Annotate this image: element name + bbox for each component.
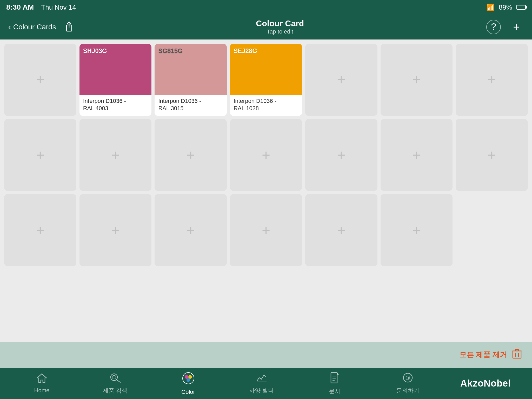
nav-title: Colour Card <box>256 19 304 28</box>
add-card-icon-r3-0: + <box>36 222 45 239</box>
empty-card-r3-1[interactable]: + <box>79 194 152 266</box>
svg-text:@: @ <box>405 375 410 380</box>
tab-home[interactable]: Home <box>21 373 63 394</box>
back-button[interactable]: ‹ Colour Cards <box>8 22 56 32</box>
colour-code-3: SEJ28G <box>234 47 257 55</box>
tab-contact-label: 문의하기 <box>396 387 419 395</box>
tab-spec-builder[interactable]: 사양 빌더 <box>241 373 282 395</box>
svg-marker-7 <box>37 374 46 383</box>
add-card-icon-r2-2: + <box>187 147 195 163</box>
action-bar: 모든 제품 제거 <box>0 342 532 368</box>
share-button[interactable] <box>64 21 74 33</box>
contact-icon: @ <box>402 373 414 385</box>
nav-bar: ‹ Colour Cards Colour Card Tap to edit ?… <box>0 15 532 39</box>
colour-code-2: SG815G <box>158 47 182 55</box>
empty-card-r2-0[interactable]: + <box>4 119 76 191</box>
wifi-icon: 📶 <box>486 3 495 11</box>
tab-spec-builder-label: 사양 빌더 <box>249 387 274 395</box>
home-icon <box>37 373 47 385</box>
add-card-icon-r2-4: + <box>337 147 345 163</box>
empty-card-r3-2[interactable]: + <box>155 194 227 266</box>
tab-bar: Home 제품 검색 Color 사양 빌더 문서 @ 문의하기 AkzoNob… <box>0 368 532 399</box>
add-card-icon-r3-2: + <box>187 222 195 239</box>
empty-card-r2-4[interactable]: + <box>305 119 377 191</box>
colour-ral-1: RAL 4003 <box>83 105 108 111</box>
colour-card-shj03g[interactable]: SHJ03G Interpon D1036 - RAL 4003 <box>79 44 152 116</box>
colour-product-3: Interpon D1036 - <box>234 98 276 104</box>
empty-card-6[interactable]: + <box>456 44 528 116</box>
add-card-icon-5: + <box>412 71 421 88</box>
back-label: Colour Cards <box>13 23 56 31</box>
add-card-icon-r3-5: + <box>412 222 421 239</box>
empty-card-5[interactable]: + <box>381 44 453 116</box>
add-card-icon-6: + <box>488 71 496 88</box>
trash-icon-button[interactable] <box>512 348 522 361</box>
colour-info-3: Interpon D1036 - RAL 1028 <box>230 95 302 116</box>
empty-card-r3-4[interactable]: + <box>305 194 377 266</box>
add-card-icon-0: + <box>36 71 45 88</box>
documents-icon <box>330 372 339 386</box>
svg-point-14 <box>187 378 190 382</box>
status-time: 8:30 AM <box>6 3 34 11</box>
add-card-icon-r2-3: + <box>262 147 270 163</box>
main-content: + SHJ03G Interpon D1036 - RAL 4003 SG815… <box>0 39 532 342</box>
remove-all-button[interactable]: 모든 제품 제거 <box>459 350 507 360</box>
tab-color-label: Color <box>181 389 195 395</box>
add-card-icon-r2-0: + <box>36 147 45 163</box>
svg-line-9 <box>117 380 120 382</box>
back-arrow-icon: ‹ <box>8 22 11 32</box>
empty-card-r2-2[interactable]: + <box>155 119 227 191</box>
colour-swatch-2: SG815G <box>155 44 227 95</box>
colour-code-1: SHJ03G <box>83 47 107 55</box>
add-card-icon-r3-4: + <box>337 222 345 239</box>
help-button[interactable]: ? <box>486 20 501 34</box>
colour-swatch-1: SHJ03G <box>79 44 152 95</box>
colour-swatch-3: SEJ28G <box>230 44 302 95</box>
colour-ral-3: RAL 1028 <box>234 105 259 111</box>
empty-card-r2-1[interactable]: + <box>79 119 152 191</box>
svg-point-12 <box>185 375 188 379</box>
color-icon <box>182 372 195 387</box>
add-card-icon-4: + <box>337 71 345 88</box>
add-card-icon-r2-1: + <box>111 147 120 163</box>
status-icons: 📶 89% <box>486 3 526 11</box>
add-card-icon-r3-3: + <box>262 222 270 239</box>
add-card-icon-r2-5: + <box>412 147 421 163</box>
colour-card-sej28g[interactable]: SEJ28G Interpon D1036 - RAL 1028 <box>230 44 302 116</box>
empty-card-r3-3[interactable]: + <box>230 194 302 266</box>
tab-contact[interactable]: @ 문의하기 <box>387 373 429 395</box>
empty-card-r3-5[interactable]: + <box>381 194 453 266</box>
colour-card-sg815g[interactable]: SG815G Interpon D1036 - RAL 3015 <box>155 44 227 116</box>
empty-card-4[interactable]: + <box>305 44 377 116</box>
tab-color[interactable]: Color <box>168 372 209 395</box>
tab-documents[interactable]: 문서 <box>314 372 355 395</box>
svg-point-13 <box>188 375 192 379</box>
nav-center: Colour Card Tap to edit <box>256 19 304 35</box>
empty-card-r2-6[interactable]: + <box>456 119 528 191</box>
brand-logo: AkzoNobel <box>460 378 511 389</box>
empty-card-0[interactable]: + <box>4 44 76 116</box>
nav-subtitle: Tap to edit <box>256 28 304 35</box>
empty-card-r3-0[interactable]: + <box>4 194 76 266</box>
svg-point-10 <box>112 375 116 379</box>
status-date: Thu Nov 14 <box>41 3 76 11</box>
empty-card-r2-5[interactable]: + <box>381 119 453 191</box>
add-card-icon-r3-1: + <box>111 222 120 239</box>
add-button[interactable]: + <box>509 20 524 34</box>
spec-builder-icon <box>256 373 267 385</box>
tab-product-search[interactable]: 제품 검색 <box>94 373 136 395</box>
tab-home-label: Home <box>34 387 50 394</box>
nav-left: ‹ Colour Cards <box>8 21 74 33</box>
colour-ral-2: RAL 3015 <box>158 105 183 111</box>
empty-card-r2-3[interactable]: + <box>230 119 302 191</box>
svg-rect-16 <box>331 373 337 383</box>
svg-rect-3 <box>515 349 518 351</box>
colour-product-2: Interpon D1036 - <box>158 98 201 104</box>
tab-product-search-label: 제품 검색 <box>103 387 127 395</box>
colour-info-2: Interpon D1036 - RAL 3015 <box>155 95 227 116</box>
nav-right: ? + <box>486 20 524 34</box>
status-bar: 8:30 AM Thu Nov 14 📶 89% <box>0 0 532 15</box>
svg-point-8 <box>111 374 117 381</box>
grid-row-3: + + + + + + <box>4 194 528 266</box>
colour-info-1: Interpon D1036 - RAL 4003 <box>79 95 152 116</box>
